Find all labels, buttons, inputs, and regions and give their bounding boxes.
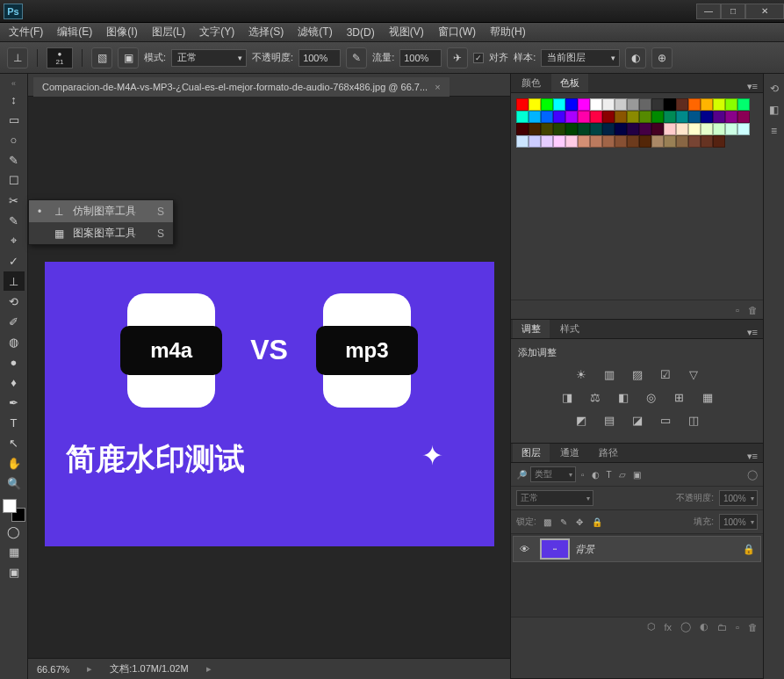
panel-menu-icon[interactable]: ▾≡: [742, 327, 763, 338]
swatch[interactable]: [529, 111, 541, 123]
swatch[interactable]: [590, 98, 602, 111]
menu-item[interactable]: 帮助(H): [483, 22, 533, 42]
swatch[interactable]: [529, 98, 541, 111]
invert-icon[interactable]: ◩: [572, 412, 590, 428]
tab-channels[interactable]: 通道: [551, 444, 588, 462]
swatch[interactable]: [651, 135, 664, 148]
ignore-adjust-icon[interactable]: ◐: [625, 47, 646, 69]
levels-icon[interactable]: ▥: [601, 366, 618, 382]
tab-layers[interactable]: 图层: [513, 444, 550, 462]
menu-item[interactable]: 图层(L): [145, 22, 193, 42]
toggle-brush-panel-icon[interactable]: ▧: [91, 47, 112, 69]
swatch[interactable]: [529, 123, 541, 135]
swatch[interactable]: [627, 98, 639, 111]
tool-button[interactable]: T: [4, 413, 25, 432]
tool-button[interactable]: ♦: [4, 372, 25, 392]
swatch[interactable]: [725, 111, 737, 123]
swatch[interactable]: [590, 123, 602, 135]
swatch[interactable]: [688, 135, 701, 148]
delete-swatch-icon[interactable]: 🗑: [748, 305, 758, 315]
swatch[interactable]: [701, 98, 713, 111]
pressure-size-icon[interactable]: ⊕: [651, 47, 673, 69]
swatch[interactable]: [602, 98, 615, 111]
tool-button[interactable]: ✂: [4, 191, 25, 210]
tool-button[interactable]: ✋: [4, 453, 25, 473]
swatch[interactable]: [565, 98, 578, 111]
lock-trans-icon[interactable]: ▩: [543, 517, 551, 527]
tool-button[interactable]: 🔍: [4, 473, 25, 493]
document-tab[interactable]: Comparacion-de-M4A-vs-MP3-¿Cual-es-el-me…: [33, 77, 450, 97]
fill-input[interactable]: 100%: [719, 514, 758, 530]
mode-select[interactable]: 正常: [171, 49, 247, 67]
filter-type-icon[interactable]: T: [607, 470, 612, 480]
tool-button[interactable]: ✓: [4, 251, 25, 271]
menu-item[interactable]: 滤镜(T): [291, 22, 339, 42]
sample-select[interactable]: 当前图层: [541, 49, 620, 67]
flyout-item[interactable]: ▦图案图章工具S: [29, 222, 173, 244]
swatch[interactable]: [688, 98, 701, 111]
new-layer-icon[interactable]: ▫: [736, 622, 739, 632]
tool-button[interactable]: ☐: [4, 170, 25, 190]
layer-opacity-input[interactable]: 100%: [719, 490, 758, 506]
swatch[interactable]: [676, 98, 688, 111]
fx-icon[interactable]: fx: [665, 622, 673, 632]
panel-menu-icon[interactable]: ▾≡: [742, 451, 763, 462]
swatch[interactable]: [602, 111, 615, 123]
swatch[interactable]: [590, 135, 602, 148]
swatch[interactable]: [651, 98, 664, 111]
swatch[interactable]: [541, 123, 553, 135]
pressure-opacity-icon[interactable]: ✎: [346, 47, 367, 69]
swatch[interactable]: [676, 123, 688, 135]
tool-extra[interactable]: ▣: [4, 562, 25, 581]
filter-adjust-icon[interactable]: ◐: [592, 470, 600, 480]
brush-preset[interactable]: ●21: [47, 47, 73, 69]
swatch[interactable]: [701, 123, 713, 135]
filter-kind-select[interactable]: 类型: [530, 466, 576, 482]
tool-preset-icon[interactable]: ⊥: [7, 47, 28, 69]
swatch[interactable]: [565, 135, 578, 148]
tool-button[interactable]: ⟲: [4, 292, 25, 311]
swatch[interactable]: [578, 98, 590, 111]
mixer-icon[interactable]: ⊞: [671, 389, 688, 405]
airbrush-icon[interactable]: ✈: [447, 47, 468, 69]
swatch[interactable]: [541, 98, 553, 111]
posterize-icon[interactable]: ▤: [601, 412, 618, 428]
swatch[interactable]: [639, 98, 651, 111]
lookup-icon[interactable]: ▦: [699, 389, 716, 405]
swatch[interactable]: [627, 135, 639, 148]
swatch[interactable]: [713, 98, 725, 111]
tool-button[interactable]: ✒: [4, 393, 25, 412]
properties-icon[interactable]: ◧: [766, 102, 782, 118]
swatch[interactable]: [553, 111, 565, 123]
history-icon[interactable]: ⟲: [766, 81, 782, 97]
swatch[interactable]: [615, 111, 627, 123]
filter-pixel-icon[interactable]: ▫: [581, 470, 585, 480]
menu-item[interactable]: 窗口(W): [431, 22, 483, 42]
tab-close-icon[interactable]: ×: [435, 82, 440, 92]
tool-button[interactable]: ●: [4, 352, 25, 372]
swatch[interactable]: [701, 111, 713, 123]
swatch[interactable]: [664, 123, 676, 135]
tool-button[interactable]: ✐: [4, 312, 25, 331]
zoom-level[interactable]: 66.67%: [37, 664, 69, 675]
swatch[interactable]: [713, 123, 725, 135]
link-layers-icon[interactable]: ⬡: [647, 621, 656, 632]
swatch[interactable]: [664, 111, 676, 123]
tab-adjustments[interactable]: 调整: [513, 320, 550, 338]
menu-item[interactable]: 图像(I): [99, 22, 144, 42]
swatch[interactable]: [725, 123, 737, 135]
swatch[interactable]: [602, 123, 615, 135]
swatch[interactable]: [651, 111, 664, 123]
filter-smart-icon[interactable]: ▣: [633, 470, 641, 480]
swatch[interactable]: [676, 135, 688, 148]
brightness-icon[interactable]: ☀: [572, 366, 590, 382]
flyout-item[interactable]: •⊥仿制图章工具S: [29, 200, 173, 222]
tab-paths[interactable]: 路径: [590, 444, 627, 462]
tab-color[interactable]: 颜色: [513, 74, 550, 92]
swatch[interactable]: [713, 135, 725, 148]
photo-filter-icon[interactable]: ◎: [643, 389, 660, 405]
swatch[interactable]: [615, 123, 627, 135]
swatch[interactable]: [553, 123, 565, 135]
swatch[interactable]: [664, 98, 676, 111]
group-icon[interactable]: 🗀: [717, 622, 727, 632]
